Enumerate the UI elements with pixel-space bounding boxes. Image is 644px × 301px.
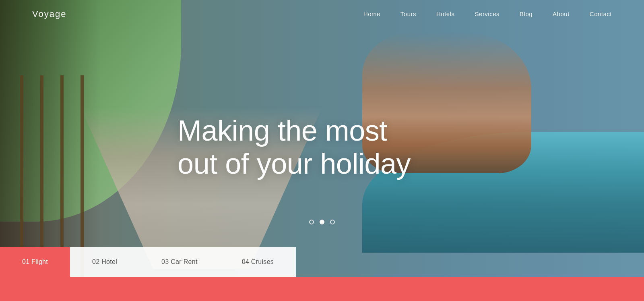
nav-link-tours[interactable]: Tours (400, 10, 416, 17)
nav-link-hotels[interactable]: Hotels (436, 10, 455, 17)
tab-car-rent[interactable]: 03 Car Rent (139, 247, 220, 277)
tab-flight[interactable]: 01 Flight (0, 247, 70, 277)
nav-link-about[interactable]: About (553, 10, 570, 17)
fence-bg (20, 75, 101, 277)
slider-dot-2[interactable] (320, 220, 324, 224)
nav-links: Home Tours Hotels Services Blog About Co… (363, 10, 612, 18)
slider-dot-3[interactable] (330, 220, 335, 224)
nav-item-hotels[interactable]: Hotels (436, 10, 455, 18)
slider-dots (309, 220, 335, 224)
hero-title-line1: Making the most (178, 114, 387, 146)
hero-section: Voyage Home Tours Hotels Services Blog A… (0, 0, 644, 301)
navbar: Voyage Home Tours Hotels Services Blog A… (0, 0, 644, 28)
nav-item-services[interactable]: Services (475, 10, 500, 18)
nav-link-blog[interactable]: Blog (520, 10, 533, 17)
nav-item-contact[interactable]: Contact (590, 10, 612, 18)
nav-item-blog[interactable]: Blog (520, 10, 533, 18)
nav-link-services[interactable]: Services (475, 10, 500, 17)
bottom-bar (0, 277, 644, 301)
tab-hotel[interactable]: 02 Hotel (70, 247, 139, 277)
hero-title: Making the most out of your holiday (178, 114, 411, 181)
nav-link-home[interactable]: Home (363, 10, 380, 17)
nav-link-contact[interactable]: Contact (590, 10, 612, 17)
hero-title-line2: out of your holiday (178, 147, 411, 180)
hero-content: Making the most out of your holiday (178, 114, 411, 181)
slider-dot-1[interactable] (309, 220, 314, 224)
logo[interactable]: Voyage (32, 9, 66, 19)
nav-item-home[interactable]: Home (363, 10, 380, 18)
tab-cruises[interactable]: 04 Cruises (220, 247, 296, 277)
bottom-tabs: 01 Flight 02 Hotel 03 Car Rent 04 Cruise… (0, 247, 296, 277)
nav-item-tours[interactable]: Tours (400, 10, 416, 18)
nav-item-about[interactable]: About (553, 10, 570, 18)
